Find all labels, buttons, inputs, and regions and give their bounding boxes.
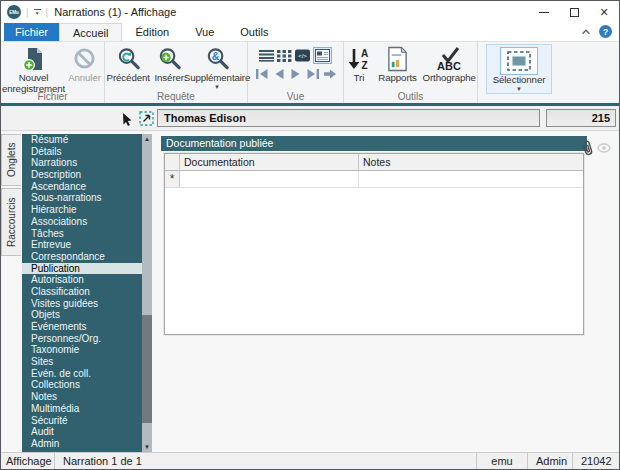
sidebar-item[interactable]: Tâches [22, 228, 152, 240]
panel-header: Documentation publiée [161, 136, 587, 151]
help-button[interactable]: ? [599, 25, 612, 38]
sidebar-item[interactable]: Sous-narrations [22, 192, 152, 204]
additional-query-button[interactable]: & Supplémentaire ▼ [187, 44, 247, 90]
app-window: EMu | ▼ | Narrations (1) - Affichage ✕ F… [0, 0, 620, 470]
sidebar-tab-list: Résumé Détails Narrations Description As… [22, 134, 152, 452]
select-icon-box [500, 47, 538, 75]
scrollbar-thumb[interactable] [142, 315, 152, 423]
collapse-ribbon-icon[interactable] [581, 28, 591, 36]
maximize-icon [570, 8, 579, 17]
undo-label: Annuler [68, 73, 101, 84]
sidebar-item[interactable]: Ascendance [22, 181, 152, 193]
new-row-marker: * [165, 171, 180, 187]
tabrow-right-controls: ? [581, 25, 612, 38]
menu-tab-row: Fichier Accueil Édition Vue Outils ? [1, 23, 619, 41]
grid-view-icon[interactable] [277, 49, 292, 62]
sidebar-item[interactable]: Événements [22, 321, 152, 333]
svg-text:&: & [211, 49, 219, 61]
status-user: Admin [528, 455, 572, 467]
close-button[interactable]: ✕ [589, 1, 619, 23]
previous-record-icon[interactable] [272, 68, 286, 80]
last-record-icon[interactable] [306, 68, 320, 80]
title-bar: EMu | ▼ | Narrations (1) - Affichage ✕ [1, 1, 619, 23]
sidebar-item[interactable]: Notes [22, 391, 152, 403]
record-number-field[interactable]: 215 [546, 109, 616, 127]
spelling-button[interactable]: ABC Orthographe [421, 44, 477, 84]
additional-query-label: Supplémentaire [184, 73, 250, 84]
form-view-selected[interactable] [313, 47, 332, 64]
previous-query-button[interactable]: Précédent [105, 44, 151, 84]
sidebar-tab-onglets[interactable]: Onglets [1, 134, 21, 186]
sidebar-item[interactable]: Classification [22, 286, 152, 298]
select-label: Sélectionner [493, 75, 546, 86]
sidebar-item[interactable]: Entrevue [22, 239, 152, 251]
insert-query-button[interactable]: Insérer [151, 44, 187, 84]
reports-button[interactable]: Rapports [374, 44, 422, 84]
new-record-button[interactable]: Nouvel enregistrement [2, 44, 66, 94]
column-header-documentation[interactable]: Documentation [180, 154, 359, 170]
reports-label: Rapports [378, 73, 417, 84]
sidebar-item[interactable]: Visites guidées [22, 298, 152, 310]
sidebar-tab-raccourcis[interactable]: Raccourcis [1, 188, 21, 256]
scroll-up-icon[interactable]: ▲ [142, 134, 152, 144]
sidebar-item[interactable]: Détails [22, 146, 152, 158]
sidebar-scrollbar[interactable]: ▲ ▼ [142, 134, 152, 452]
window-title: Narrations (1) - Affichage [54, 6, 176, 18]
column-header-notes[interactable]: Notes [359, 154, 583, 170]
sidebar-item[interactable]: Multimédia [22, 403, 152, 415]
table-header-row: Documentation Notes [165, 154, 583, 171]
sidebar-item[interactable]: Audit [22, 426, 152, 438]
code-view-icon[interactable]: </> [295, 49, 310, 62]
sidebar-item[interactable]: Sites [22, 356, 152, 368]
sidebar-item[interactable]: Évén. de coll. [22, 368, 152, 380]
sidebar-item[interactable]: Description [22, 169, 152, 181]
status-mode: Affichage [1, 455, 54, 467]
tab-vue[interactable]: Vue [182, 23, 227, 41]
svg-text:A: A [361, 48, 368, 59]
tab-fichier[interactable]: Fichier [4, 23, 59, 41]
cell-notes[interactable] [359, 171, 583, 187]
select-button[interactable]: Sélectionner ▼ [486, 44, 552, 94]
maximize-button[interactable] [559, 1, 589, 23]
sidebar-item[interactable]: Objets [22, 309, 152, 321]
group-label-fichier: Fichier [1, 91, 104, 102]
status-database: emu [477, 455, 527, 467]
sidebar-item[interactable]: Autorisation [22, 274, 152, 286]
sidebar-item[interactable]: Narrations [22, 157, 152, 169]
sidebar-item[interactable]: Résumé [22, 134, 152, 146]
cursor-arrow-icon[interactable] [121, 112, 133, 126]
select-record-icon[interactable] [139, 111, 154, 126]
previous-query-label: Précédent [107, 73, 150, 84]
cell-documentation[interactable] [180, 171, 359, 187]
tab-edition[interactable]: Édition [122, 23, 182, 41]
sidebar-item-selected[interactable]: Publication [22, 263, 152, 275]
group-label-outils: Outils [344, 91, 477, 102]
sidebar-item[interactable]: Hiérarchie [22, 204, 152, 216]
next-record-icon[interactable] [289, 68, 303, 80]
tab-accueil[interactable]: Accueil [59, 23, 122, 41]
sidebar-item[interactable]: Collections [22, 379, 152, 391]
spellcheck-icon: ABC [434, 44, 464, 73]
dropdown-caret-icon: ▼ [214, 85, 220, 90]
scroll-down-icon[interactable]: ▼ [142, 442, 152, 452]
sidebar-item[interactable]: Taxonomie [22, 344, 152, 356]
quick-access-dropdown-icon[interactable]: ▼ [34, 9, 41, 15]
minimize-button[interactable] [529, 1, 559, 23]
additional-query-icon: & [205, 44, 230, 73]
first-record-icon[interactable] [255, 68, 269, 80]
goto-record-icon[interactable] [323, 68, 337, 80]
record-bar: Thomas Edison 215 [1, 106, 619, 131]
sidebar-item[interactable]: Correspondance [22, 251, 152, 263]
window-controls: ✕ [529, 1, 619, 23]
tab-outils[interactable]: Outils [227, 23, 281, 41]
sort-button[interactable]: A Z Tri [344, 44, 374, 84]
row-selector-header [165, 154, 180, 170]
sidebar-item[interactable]: Personnes/Org. [22, 333, 152, 345]
record-title-field[interactable]: Thomas Edison [157, 109, 540, 127]
ribbon-group-fichier: Nouvel enregistrement Annuler Fichier [1, 42, 105, 103]
sidebar-item[interactable]: Admin [22, 438, 152, 450]
sidebar-item[interactable]: Associations [22, 216, 152, 228]
sidebar-item[interactable]: Sécurité [22, 415, 152, 427]
status-bar: Affichage Narration 1 de 1 emu Admin 210… [1, 452, 619, 469]
list-view-icon[interactable] [259, 49, 274, 62]
